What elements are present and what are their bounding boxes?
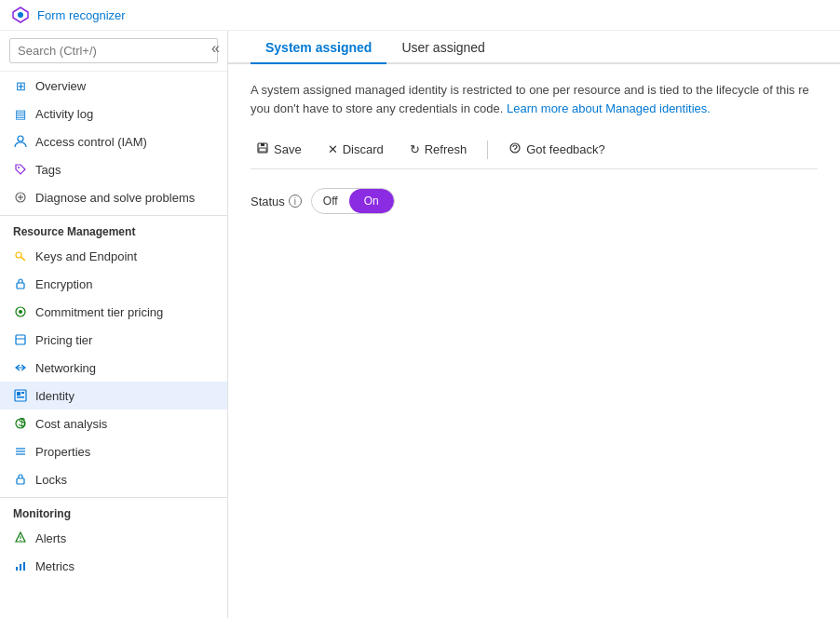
tags-icon: [13, 162, 28, 177]
status-toggle[interactable]: Off On: [311, 188, 395, 214]
svg-rect-26: [16, 567, 18, 571]
collapse-button[interactable]: «: [211, 40, 220, 57]
sidebar-item-label: Commitment tier pricing: [35, 305, 163, 319]
status-row: Status i Off On: [251, 188, 818, 214]
sidebar-item-label: Locks: [35, 473, 67, 487]
sidebar-item-tags[interactable]: Tags: [0, 155, 227, 183]
refresh-icon: ↻: [410, 142, 420, 156]
svg-rect-25: [20, 540, 21, 541]
svg-rect-30: [261, 143, 264, 146]
description-text: A system assigned managed identity is re…: [251, 81, 818, 117]
svg-rect-31: [259, 148, 266, 152]
svg-rect-27: [20, 564, 21, 571]
feedback-button[interactable]: Got feedback?: [503, 138, 611, 161]
svg-text:$: $: [19, 417, 26, 429]
sidebar-item-alerts[interactable]: Alerts: [0, 524, 227, 552]
sidebar-item-label: Keys and Endpoint: [35, 249, 137, 263]
networking-icon: [13, 360, 28, 375]
search-container: [0, 31, 227, 72]
svg-point-7: [16, 252, 21, 258]
metrics-icon: [13, 558, 28, 573]
refresh-button[interactable]: ↻ Refresh: [404, 139, 473, 160]
status-info-icon[interactable]: i: [289, 195, 302, 208]
svg-point-2: [18, 136, 23, 141]
pricing-icon: [13, 332, 28, 347]
search-input[interactable]: [9, 38, 218, 63]
sidebar-item-locks[interactable]: Locks: [0, 465, 227, 493]
svg-rect-16: [21, 392, 24, 394]
toggle-on-label[interactable]: On: [349, 189, 394, 213]
app-logo: Form recognizer: [11, 6, 126, 24]
sidebar-item-label: Pricing tier: [35, 333, 92, 347]
svg-point-1: [18, 12, 23, 18]
sidebar-item-keys-endpoint[interactable]: Keys and Endpoint: [0, 242, 227, 270]
svg-point-11: [19, 310, 22, 314]
sidebar-item-access-control[interactable]: Access control (IAM): [0, 128, 227, 155]
feedback-icon: [508, 141, 522, 157]
form-recognizer-icon: [11, 6, 30, 24]
svg-line-8: [21, 257, 26, 261]
sidebar-item-activity-log[interactable]: ▤ Activity log: [0, 100, 227, 128]
sidebar-item-label: Encryption: [35, 277, 92, 291]
learn-more-link[interactable]: Learn more about Managed identities.: [507, 101, 711, 115]
keys-icon: [13, 249, 28, 263]
cost-analysis-icon: $: [13, 416, 28, 431]
app-title: Form recognizer: [37, 8, 126, 22]
svg-rect-28: [23, 562, 25, 571]
svg-rect-15: [17, 392, 20, 396]
resource-management-section: Resource Management: [0, 215, 227, 242]
sidebar-item-commitment-tier[interactable]: Commitment tier pricing: [0, 298, 227, 326]
identity-icon: [13, 388, 28, 403]
tab-user-assigned[interactable]: User assigned: [386, 31, 500, 64]
discard-button[interactable]: ✕ Discard: [322, 139, 389, 160]
properties-icon: [13, 444, 28, 459]
save-button[interactable]: Save: [251, 138, 307, 161]
toggle-off-label[interactable]: Off: [312, 191, 349, 211]
svg-rect-12: [16, 335, 25, 344]
main-content: System assigned User assigned A system a…: [228, 31, 840, 618]
sidebar-item-cost-analysis[interactable]: $ Cost analysis: [0, 410, 227, 437]
sidebar-item-label: Networking: [35, 361, 96, 375]
sidebar-item-networking[interactable]: Networking: [0, 354, 227, 382]
save-icon: [256, 141, 269, 157]
sidebar: « ⊞ Overview ▤ Activity log Access contr…: [0, 31, 228, 618]
commitment-icon: [13, 304, 28, 319]
sidebar-item-label: Identity: [35, 389, 75, 403]
sidebar-item-overview[interactable]: ⊞ Overview: [0, 72, 227, 100]
sidebar-item-label: Alerts: [35, 531, 66, 545]
encryption-icon: [13, 276, 28, 291]
diagnose-icon: [13, 190, 28, 205]
status-label: Status i: [251, 195, 302, 208]
activity-log-icon: ▤: [13, 106, 28, 121]
tab-bar: System assigned User assigned: [228, 31, 840, 64]
tab-system-assigned[interactable]: System assigned: [251, 31, 386, 64]
sidebar-item-label: Overview: [35, 79, 86, 93]
svg-rect-17: [17, 396, 24, 398]
sidebar-item-pricing-tier[interactable]: Pricing tier: [0, 326, 227, 354]
sidebar-item-label: Access control (IAM): [35, 135, 147, 149]
svg-rect-24: [20, 536, 21, 539]
sidebar-item-label: Diagnose and solve problems: [35, 191, 195, 205]
sidebar-item-label: Tags: [35, 163, 61, 177]
svg-rect-9: [17, 283, 24, 289]
content-body: A system assigned managed identity is re…: [228, 64, 840, 618]
svg-point-3: [18, 167, 20, 168]
sidebar-item-encryption[interactable]: Encryption: [0, 270, 227, 298]
sidebar-item-label: Cost analysis: [35, 417, 107, 431]
locks-icon: [13, 472, 28, 487]
sidebar-item-label: Metrics: [35, 559, 75, 573]
svg-rect-23: [17, 478, 24, 484]
discard-icon: ✕: [328, 142, 338, 156]
access-control-icon: [13, 134, 28, 149]
sidebar-item-label: Properties: [35, 445, 90, 459]
toolbar-separator: [487, 141, 488, 159]
sidebar-item-metrics[interactable]: Metrics: [0, 552, 227, 580]
sidebar-item-diagnose[interactable]: Diagnose and solve problems: [0, 183, 227, 211]
svg-point-33: [515, 152, 516, 153]
monitoring-section: Monitoring: [0, 497, 227, 524]
sidebar-item-properties[interactable]: Properties: [0, 437, 227, 465]
overview-icon: ⊞: [13, 78, 28, 93]
toolbar: Save ✕ Discard ↻ Refresh Got feedback?: [251, 130, 818, 169]
sidebar-item-label: Activity log: [35, 107, 93, 121]
sidebar-item-identity[interactable]: Identity: [0, 382, 227, 410]
